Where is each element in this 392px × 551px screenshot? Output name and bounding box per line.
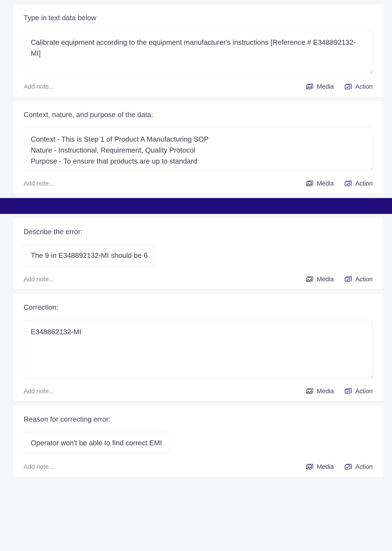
- card-label: Describe the error:: [24, 228, 373, 236]
- card-reason: Reason for correcting error: Operator wo…: [13, 406, 383, 477]
- svg-point-1: [308, 86, 309, 87]
- check-stack-icon: [343, 387, 352, 396]
- card-describe-error: Describe the error: The 9 in E348892132-…: [13, 218, 383, 290]
- card-text-data: Type in text data below Calibrate equipm…: [13, 4, 383, 97]
- svg-point-10: [308, 391, 309, 392]
- card-footer: Add note... Media: [24, 387, 373, 396]
- check-stack-icon: [343, 275, 352, 283]
- action-label: Action: [355, 180, 373, 187]
- action-button[interactable]: Action: [343, 462, 373, 471]
- svg-point-13: [308, 466, 309, 467]
- card-footer: Add note... Media: [24, 462, 373, 471]
- action-label: Action: [355, 463, 373, 470]
- section-divider-band: [0, 198, 392, 214]
- media-button[interactable]: Media: [305, 275, 334, 283]
- add-note-link[interactable]: Add note...: [24, 180, 54, 187]
- svg-rect-8: [345, 278, 350, 282]
- media-label: Media: [317, 388, 334, 395]
- svg-rect-5: [345, 182, 350, 186]
- correction-input[interactable]: E348862132-MI: [24, 320, 373, 378]
- context-input[interactable]: Context - This is Step 1 of Product A Ma…: [24, 127, 373, 170]
- media-label: Media: [317, 180, 334, 187]
- section-group-top: Type in text data below Calibrate equipm…: [0, 4, 392, 194]
- footer-actions: Media Action: [305, 179, 373, 188]
- card-label: Context, nature, and purpose of the data…: [24, 111, 373, 119]
- card-label: Type in text data below: [24, 14, 373, 22]
- add-note-link[interactable]: Add note...: [24, 83, 54, 90]
- card-label: Correction:: [24, 303, 373, 311]
- card-footer: Add note... Media: [24, 275, 373, 283]
- svg-rect-2: [345, 85, 350, 89]
- describe-error-input[interactable]: The 9 in E348892132-MI should be 6: [24, 245, 155, 266]
- action-button[interactable]: Action: [343, 82, 373, 91]
- media-stack-icon: [305, 179, 314, 188]
- reason-input[interactable]: Operator won't be able to find correct E…: [24, 432, 169, 454]
- media-stack-icon: [305, 82, 314, 91]
- check-stack-icon: [343, 179, 352, 188]
- card-correction: Correction: E348862132-MI Add note...: [13, 294, 383, 401]
- section-group-bottom: Describe the error: The 9 in E348892132-…: [0, 218, 392, 477]
- media-label: Media: [317, 83, 334, 90]
- check-stack-icon: [343, 82, 352, 91]
- media-stack-icon: [305, 387, 314, 396]
- media-stack-icon: [305, 275, 314, 283]
- svg-rect-11: [345, 389, 350, 394]
- check-stack-icon: [343, 462, 352, 471]
- footer-actions: Media Action: [305, 462, 373, 471]
- card-context: Context, nature, and purpose of the data…: [13, 101, 383, 194]
- action-label: Action: [355, 83, 373, 90]
- media-button[interactable]: Media: [305, 387, 334, 396]
- footer-actions: Media Action: [305, 82, 373, 91]
- footer-actions: Media Action: [305, 387, 373, 396]
- action-label: Action: [355, 388, 373, 395]
- action-label: Action: [355, 276, 373, 283]
- footer-actions: Media Action: [305, 275, 373, 283]
- text-data-input[interactable]: Calibrate equipment according to the equ…: [24, 31, 373, 74]
- svg-rect-14: [345, 465, 350, 469]
- media-button[interactable]: Media: [305, 82, 334, 91]
- svg-point-4: [308, 183, 309, 184]
- card-label: Reason for correcting error:: [24, 415, 373, 423]
- card-footer: Add note... Media: [24, 82, 373, 91]
- add-note-link[interactable]: Add note...: [24, 276, 54, 283]
- media-button[interactable]: Media: [305, 179, 334, 188]
- svg-point-7: [308, 279, 309, 280]
- action-button[interactable]: Action: [343, 179, 373, 188]
- add-note-link[interactable]: Add note...: [24, 388, 54, 395]
- media-button[interactable]: Media: [305, 462, 334, 471]
- card-footer: Add note... Media: [24, 179, 373, 188]
- add-note-link[interactable]: Add note...: [24, 463, 54, 470]
- action-button[interactable]: Action: [343, 275, 373, 283]
- media-label: Media: [317, 276, 334, 283]
- media-label: Media: [317, 463, 334, 470]
- action-button[interactable]: Action: [343, 387, 373, 396]
- media-stack-icon: [305, 462, 314, 471]
